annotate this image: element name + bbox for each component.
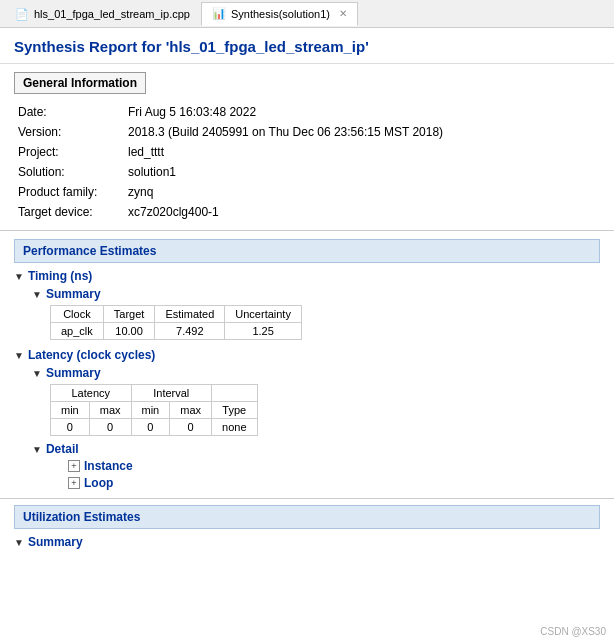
latency-cell: none	[212, 419, 257, 436]
file-tab[interactable]: 📄 hls_01_fpga_led_stream_ip.cpp	[4, 2, 201, 26]
info-label: Target device:	[18, 202, 128, 222]
info-label: Product family:	[18, 182, 128, 202]
latency-summary-label: Summary	[46, 366, 101, 380]
general-info-section: General Information Date:Fri Aug 5 16:03…	[14, 72, 600, 222]
info-row: Solution:solution1	[18, 162, 600, 182]
timing-col-header: Estimated	[155, 306, 225, 323]
timing-collapse-icon[interactable]: ▼	[14, 271, 24, 282]
instance-label: Instance	[84, 459, 133, 473]
latency-summary-row[interactable]: ▼ Summary	[32, 366, 600, 380]
latency-collapse-icon[interactable]: ▼	[14, 350, 24, 361]
timing-row[interactable]: ▼ Timing (ns)	[14, 269, 600, 283]
info-value: zynq	[128, 182, 153, 202]
timing-summary-label: Summary	[46, 287, 101, 301]
info-value: led_tttt	[128, 142, 164, 162]
utilization-section: Utilization Estimates ▼ Summary	[14, 505, 600, 549]
timing-label: Timing (ns)	[28, 269, 92, 283]
synthesis-icon: 📊	[212, 7, 226, 20]
close-icon[interactable]: ✕	[339, 8, 347, 19]
synthesis-tab[interactable]: 📊 Synthesis(solution1) ✕	[201, 2, 358, 26]
instance-expand-icon[interactable]: +	[68, 460, 80, 472]
info-label: Version:	[18, 122, 128, 142]
file-tab-label: hls_01_fpga_led_stream_ip.cpp	[34, 8, 190, 20]
latency-cell: 0	[51, 419, 90, 436]
latency-summary-collapse-icon[interactable]: ▼	[32, 368, 42, 379]
latency-group-header: Latency	[51, 385, 132, 402]
loop-item[interactable]: + Loop	[68, 476, 600, 490]
latency-cell: 0	[89, 419, 131, 436]
timing-cell: 10.00	[103, 323, 155, 340]
timing-summary-collapse-icon[interactable]: ▼	[32, 289, 42, 300]
tab-bar: 📄 hls_01_fpga_led_stream_ip.cpp 📊 Synthe…	[0, 0, 614, 28]
timing-col-header: Target	[103, 306, 155, 323]
latency-group-header: Interval	[131, 385, 212, 402]
performance-section: Performance Estimates ▼ Timing (ns) ▼ Su…	[14, 239, 600, 490]
instance-item[interactable]: + Instance	[68, 459, 600, 473]
info-row: Target device:xc7z020clg400-1	[18, 202, 600, 222]
info-value: solution1	[128, 162, 176, 182]
latency-col-header: min	[131, 402, 170, 419]
detail-row[interactable]: ▼ Detail	[32, 442, 600, 456]
timing-table: ClockTargetEstimatedUncertaintyap_clk10.…	[50, 305, 302, 340]
utilization-collapse-icon[interactable]: ▼	[14, 537, 24, 548]
utilization-header: Utilization Estimates	[14, 505, 600, 529]
info-value: Fri Aug 5 16:03:48 2022	[128, 102, 256, 122]
info-label: Date:	[18, 102, 128, 122]
timing-col-header: Clock	[51, 306, 104, 323]
info-row: Date:Fri Aug 5 16:03:48 2022	[18, 102, 600, 122]
performance-header: Performance Estimates	[14, 239, 600, 263]
info-row: Version:2018.3 (Build 2405991 on Thu Dec…	[18, 122, 600, 142]
watermark: CSDN @XS30	[540, 626, 606, 637]
info-row: Product family:zynq	[18, 182, 600, 202]
general-info-header: General Information	[14, 72, 146, 94]
latency-col-header: min	[51, 402, 90, 419]
timing-cell: ap_clk	[51, 323, 104, 340]
timing-summary-row[interactable]: ▼ Summary	[32, 287, 600, 301]
synthesis-tab-label: Synthesis(solution1)	[231, 8, 330, 20]
info-table: Date:Fri Aug 5 16:03:48 2022Version:2018…	[18, 102, 600, 222]
latency-cell: 0	[170, 419, 212, 436]
latency-col-header: max	[170, 402, 212, 419]
timing-cell: 1.25	[225, 323, 302, 340]
detail-label: Detail	[46, 442, 79, 456]
page-title: Synthesis Report for 'hls_01_fpga_led_st…	[0, 28, 614, 64]
utilization-summary-label: Summary	[28, 535, 83, 549]
timing-cell: 7.492	[155, 323, 225, 340]
latency-group-header	[212, 385, 257, 402]
info-row: Project:led_tttt	[18, 142, 600, 162]
latency-col-header: Type	[212, 402, 257, 419]
info-value: 2018.3 (Build 2405991 on Thu Dec 06 23:5…	[128, 122, 443, 142]
timing-col-header: Uncertainty	[225, 306, 302, 323]
latency-row[interactable]: ▼ Latency (clock cycles)	[14, 348, 600, 362]
info-value: xc7z020clg400-1	[128, 202, 219, 222]
info-label: Solution:	[18, 162, 128, 182]
loop-expand-icon[interactable]: +	[68, 477, 80, 489]
detail-collapse-icon[interactable]: ▼	[32, 444, 42, 455]
file-icon: 📄	[15, 8, 29, 21]
utilization-summary-row[interactable]: ▼ Summary	[14, 535, 600, 549]
latency-col-header: max	[89, 402, 131, 419]
latency-cell: 0	[131, 419, 170, 436]
info-label: Project:	[18, 142, 128, 162]
latency-table: LatencyIntervalminmaxminmaxType0000none	[50, 384, 258, 436]
latency-label: Latency (clock cycles)	[28, 348, 155, 362]
loop-label: Loop	[84, 476, 113, 490]
